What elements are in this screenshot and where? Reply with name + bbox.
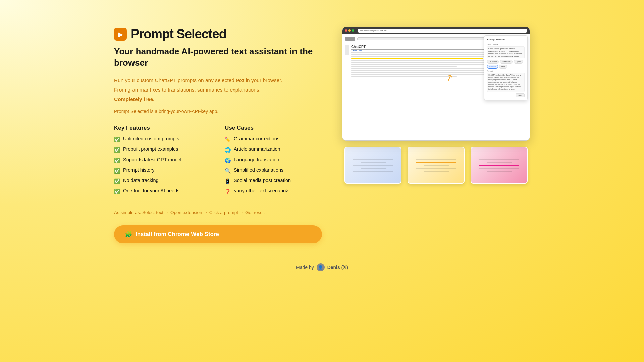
selected-text-content: ChatGPT is a generative artificial intel…	[487, 46, 525, 58]
description-line1: Run your custom ChatGPT prompts on any s…	[114, 76, 322, 85]
install-button-label: Install from Chrome Web Store	[136, 231, 219, 238]
pencil-icon: ✏️	[225, 136, 231, 143]
extension-popup-title: Prompt Selected	[487, 38, 525, 42]
tagline: Your handmade AI-powered text assistant …	[114, 46, 322, 69]
left-panel: ▶ Prompt Selected Your handmade AI-power…	[114, 27, 322, 243]
globe-icon: 🌐	[225, 146, 231, 154]
feature-label: Unlimited custom prompts	[123, 136, 179, 141]
list-item: 🌐 Article summarization	[225, 146, 322, 154]
question-icon: ❓	[225, 188, 231, 195]
check-icon: ✅	[114, 136, 120, 143]
result-text: ChatGPT, a chatbot by OpenAI, has been a…	[487, 73, 525, 92]
thumbnail-1[interactable]	[344, 147, 401, 184]
logo-row: ▶ Prompt Selected	[114, 27, 322, 41]
features-section: Key Features ✅ Unlimited custom prompts …	[114, 125, 322, 198]
maximize-dot	[352, 29, 354, 32]
browser-url: en.wikipedia.org/wiki/ChatGPT	[358, 29, 527, 33]
minimize-dot	[348, 29, 351, 32]
wiki-logo	[345, 37, 355, 41]
list-item: 🌍 Language translation	[225, 157, 322, 164]
description-line2: From grammar fixes to translations, summ…	[114, 85, 322, 94]
thumbnail-3[interactable]	[471, 147, 528, 184]
feature-label: Prompt history	[123, 167, 154, 173]
description: Run your custom ChatGPT prompts on any s…	[114, 76, 322, 105]
translate-icon: 🌍	[225, 157, 231, 164]
install-button[interactable]: 🧩 Install from Chrome Web Store	[114, 225, 322, 243]
translate-btn[interactable]: Translate	[487, 65, 498, 69]
explain-btn[interactable]: Explain	[514, 60, 523, 64]
author-avatar: 👤	[317, 263, 325, 272]
use-case-label: Simplified explanations	[234, 167, 283, 173]
list-item: ✅ Prompt history	[114, 167, 211, 174]
chrome-icon: 🧩	[125, 231, 132, 238]
list-item: ✏️ Grammar corrections	[225, 136, 322, 143]
check-icon: ✅	[114, 188, 120, 195]
list-item: ✅ No data tracking	[114, 178, 211, 185]
prompt-buttons[interactable]: Re-phrase Summarise Explain Translate Tw…	[487, 60, 525, 69]
browser-mock: en.wikipedia.org/wiki/ChatGPT	[342, 27, 530, 140]
page-title: Prompt Selected	[131, 27, 226, 41]
close-dot	[345, 29, 347, 32]
browser-bar: en.wikipedia.org/wiki/ChatGPT	[342, 27, 530, 34]
wiki-sidebar-icon	[345, 45, 349, 55]
use-case-label: Social media post creation	[234, 178, 291, 183]
steps-row: As simple as: Select text → Open extensi…	[114, 209, 322, 216]
footer: Made by 👤 Denis (𝕏)	[114, 263, 530, 272]
tweet-btn[interactable]: Tweet	[499, 65, 507, 69]
list-item: ❓ <any other text scenario>	[225, 188, 322, 195]
main-screenshot: en.wikipedia.org/wiki/ChatGPT	[342, 27, 530, 141]
thumbnails-row	[344, 147, 528, 184]
use-case-label: Language translation	[234, 157, 279, 162]
feature-label: One tool for your AI needs	[123, 188, 179, 193]
browser-body: ChatGPT Article Talk	[342, 34, 530, 140]
list-item: 🔍 Simplified explanations	[225, 167, 322, 174]
check-icon: ✅	[114, 146, 120, 154]
copy-btn[interactable]: Copy	[516, 93, 525, 97]
search-icon: 🔍	[225, 167, 231, 174]
use-case-label: <any other text scenario>	[234, 188, 289, 193]
api-note: Prompt Selected is a bring-your-own-API-…	[114, 109, 322, 114]
rephrase-btn[interactable]: Re-phrase	[487, 60, 499, 64]
list-item: ✅ Prebuilt prompt examples	[114, 146, 211, 154]
author-link[interactable]: Denis (𝕏)	[327, 265, 348, 270]
list-item: ✅ Unlimited custom prompts	[114, 136, 211, 143]
wiki-highlighted-text	[351, 58, 483, 59]
list-item: ✅ Supports latest GPT model	[114, 157, 211, 164]
result-label: Result	[487, 70, 525, 72]
feature-label: Prebuilt prompt examples	[123, 146, 178, 152]
use-case-label: Article summarization	[234, 146, 280, 152]
logo-icon: ▶	[114, 28, 127, 41]
list-item: ✅ One tool for your AI needs	[114, 188, 211, 195]
key-features-title: Key Features	[114, 125, 211, 131]
description-line3: Completely free.	[114, 95, 322, 104]
phone-icon: 📱	[225, 178, 231, 185]
right-panel: en.wikipedia.org/wiki/ChatGPT	[342, 27, 530, 184]
check-icon: ✅	[114, 157, 120, 164]
check-icon: ✅	[114, 178, 120, 185]
thumbnail-2[interactable]	[408, 147, 465, 184]
check-icon: ✅	[114, 167, 120, 174]
use-cases-col: Use Cases ✏️ Grammar corrections 🌐 Artic…	[225, 125, 322, 198]
extension-popup: Prompt Selected Selected text ChatGPT is…	[484, 35, 528, 100]
summarise-btn[interactable]: Summarise	[500, 60, 512, 64]
use-case-label: Grammar corrections	[234, 136, 279, 141]
feature-label: No data tracking	[123, 178, 159, 183]
use-cases-title: Use Cases	[225, 125, 322, 131]
made-by-text: Made by	[296, 265, 314, 270]
key-features-col: Key Features ✅ Unlimited custom prompts …	[114, 125, 211, 198]
feature-label: Supports latest GPT model	[123, 157, 181, 162]
selected-text-label: Selected text	[487, 43, 525, 45]
list-item: 📱 Social media post creation	[225, 178, 322, 185]
